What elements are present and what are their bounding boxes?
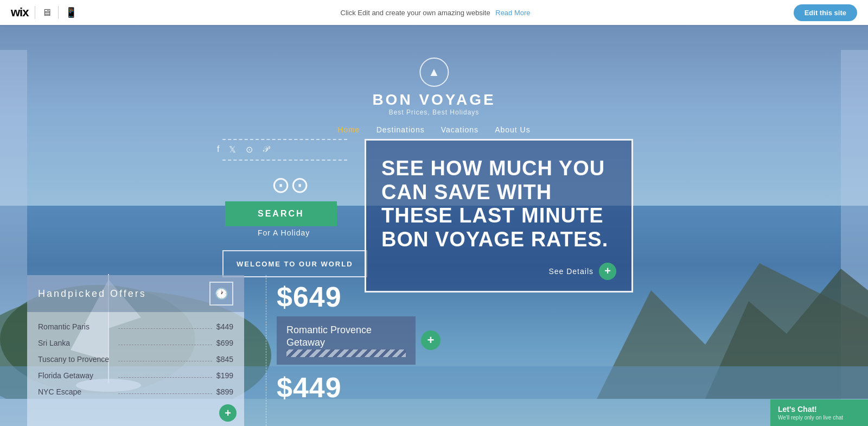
nav-about[interactable]: About Us (495, 125, 531, 134)
brand-tagline: Best Prices, Best Holidays (372, 109, 495, 116)
bottom-section: Handpicked Offers 🕐 Romantic Paris $449 … (27, 275, 841, 426)
hero-headline: SEE HOW MUCH YOU CAN SAVE WITH THESE LAS… (381, 157, 616, 252)
offer-dots-3 (118, 377, 212, 378)
search-subtitle: For A Holiday (258, 228, 310, 237)
offer-dots-4 (118, 393, 212, 394)
offer-price-4: $899 (216, 387, 233, 396)
wix-logo: wix (11, 5, 28, 20)
topbar-left: wix 🖥 📱 (11, 5, 77, 20)
topbar-divider2 (58, 6, 59, 19)
offer-name-4: NYC Escape (38, 387, 114, 396)
twitter-icon[interactable]: 𝕏 (229, 144, 236, 155)
logo-area: ▲ BON VOYAGE Best Prices, Best Holidays (372, 58, 495, 116)
dashed-divider (266, 275, 266, 426)
stripe-pattern (286, 349, 406, 357)
right-section: $649 Romantic ProvenceGetaway + $449 (244, 275, 841, 426)
offer-name-2: Tuscany to Provence (38, 355, 114, 364)
table-row: Florida Getaway $199 (38, 367, 233, 384)
instagram-icon[interactable]: ⊙ (246, 144, 253, 155)
table-row: NYC Escape $899 (38, 384, 233, 400)
provence-card-title: Romantic ProvenceGetaway (286, 324, 406, 349)
offer-name-3: Florida Getaway (38, 371, 114, 380)
offers-add-row: + (27, 400, 244, 426)
dashed-line-top (222, 139, 347, 140)
nav-home[interactable]: Home (337, 125, 360, 134)
price-649: $649 (277, 281, 841, 313)
provence-card: Romantic ProvenceGetaway + (277, 316, 841, 365)
see-details-label: See Details (548, 267, 593, 276)
social-icons: f 𝕏 ⊙ 𝒫 (217, 144, 269, 155)
offers-title: Handpicked Offers (38, 288, 146, 300)
brand-name: BON VOYAGE (372, 91, 495, 109)
offer-dots-1 (118, 345, 212, 345)
chat-widget[interactable]: Let's Chat! We'll reply only on live cha… (770, 399, 868, 426)
offer-price-3: $199 (216, 371, 233, 380)
offer-dots-0 (118, 328, 212, 329)
offers-header: Handpicked Offers 🕐 (27, 275, 244, 312)
offer-dots-2 (118, 361, 212, 361)
offer-price-2: $845 (216, 355, 233, 364)
offers-add-button[interactable]: + (219, 404, 237, 422)
welcome-text: WELCOME TO OUR WORLD (237, 260, 353, 268)
binoculars-icon: ⊙⊙ (271, 171, 309, 198)
offer-price-1: $699 (216, 339, 233, 347)
topbar-message: Click Edit and create your own amazing w… (341, 9, 531, 17)
main-content: ▲ BON VOYAGE Best Prices, Best Holidays … (0, 25, 868, 426)
navigation: Home Destinations Vacations About Us (337, 125, 530, 134)
read-more-link[interactable]: Read More (495, 9, 530, 17)
chat-subtitle: We'll reply only on live chat (778, 415, 860, 421)
table-row: Tuscany to Provence $845 (38, 351, 233, 367)
hero-text-box: SEE HOW MUCH YOU CAN SAVE WITH THESE LAS… (365, 139, 633, 293)
chat-title: Let's Chat! (778, 405, 860, 414)
mobile-icon[interactable]: 📱 (65, 7, 77, 18)
offer-name-0: Romantic Paris (38, 322, 114, 331)
table-row: Sri Lanka $699 (38, 335, 233, 351)
facebook-icon[interactable]: f (217, 144, 219, 155)
nav-destinations[interactable]: Destinations (376, 125, 425, 134)
offers-panel: Handpicked Offers 🕐 Romantic Paris $449 … (27, 275, 244, 426)
desktop-icon[interactable]: 🖥 (42, 7, 52, 18)
offers-list: Romantic Paris $449 Sri Lanka $699 Tusca… (27, 312, 244, 400)
provence-add-button[interactable]: + (421, 330, 441, 350)
offer-price-0: $449 (216, 322, 233, 331)
offer-name-1: Sri Lanka (38, 339, 114, 347)
compass-icon: ▲ (419, 58, 449, 87)
pinterest-icon[interactable]: 𝒫 (263, 144, 269, 155)
topbar-divider (35, 6, 35, 19)
search-button[interactable]: SEARCH (225, 201, 337, 226)
provence-text: Romantic ProvenceGetaway (277, 316, 416, 365)
welcome-box[interactable]: WELCOME TO OUR WORLD (222, 250, 367, 277)
nav-vacations[interactable]: Vacations (441, 125, 478, 134)
table-row: Romantic Paris $449 (38, 319, 233, 335)
dashed-line-bottom (222, 160, 347, 161)
clock-icon: 🕐 (209, 282, 233, 306)
edit-site-button[interactable]: Edit this site (794, 4, 857, 21)
price-449: $449 (277, 371, 841, 404)
